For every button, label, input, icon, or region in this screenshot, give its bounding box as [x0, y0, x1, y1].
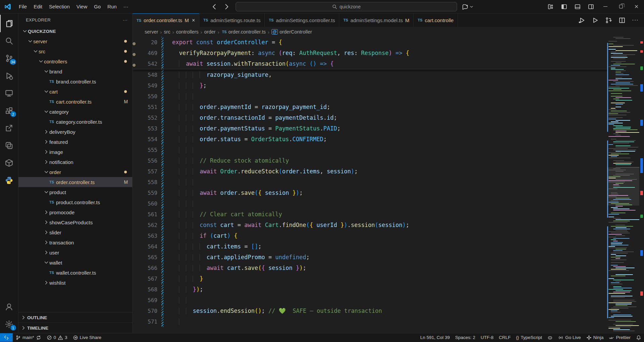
- activity-live-share[interactable]: [0, 119, 18, 137]
- status-notifications[interactable]: [633, 333, 644, 342]
- activity-chat[interactable]: [0, 137, 18, 154]
- activity-run-and-debug[interactable]: [0, 67, 18, 84]
- tree-item-product[interactable]: product: [18, 187, 132, 197]
- status-indentation[interactable]: Spaces: 2: [452, 333, 478, 342]
- status-eol[interactable]: CRLF: [496, 333, 513, 342]
- line-number[interactable]: 570: [144, 308, 161, 314]
- tree-item-server[interactable]: server: [18, 36, 132, 46]
- line-number[interactable]: 568: [144, 286, 161, 293]
- activity-settings[interactable]: 1: [0, 316, 18, 333]
- activity-extensions[interactable]: 2: [0, 102, 18, 119]
- toggle-secondary-sidebar-icon[interactable]: [588, 3, 594, 10]
- minimap[interactable]: [607, 37, 639, 333]
- line-number[interactable]: 561: [144, 211, 161, 218]
- forward-arrow-icon[interactable]: [223, 3, 230, 10]
- code-line-549[interactable]: 549 };: [133, 80, 644, 91]
- overview-ruler[interactable]: [639, 37, 644, 333]
- activity-search[interactable]: [0, 32, 18, 50]
- status-git-branch[interactable]: main*: [13, 333, 44, 342]
- breadcrumb-src[interactable]: src: [164, 29, 170, 35]
- tree-item-category-controller-ts[interactable]: TScategory.controller.ts: [18, 117, 132, 127]
- code-line-571[interactable]: 571: [133, 316, 644, 327]
- line-number[interactable]: 565: [144, 254, 161, 261]
- line-number[interactable]: 553: [144, 125, 161, 132]
- line-number[interactable]: 571: [144, 319, 161, 325]
- tab-order-controller-ts[interactable]: TS order.controller.ts M ×: [133, 13, 199, 27]
- code-line-560[interactable]: 560: [133, 198, 644, 209]
- close-button[interactable]: [629, 0, 644, 13]
- code-line-469[interactable]: 469 verifyRazorpayPayment: async (req: A…: [133, 48, 644, 58]
- toggle-panel-icon[interactable]: [574, 3, 581, 10]
- line-number[interactable]: 566: [144, 265, 161, 271]
- breadcrumb-controllers[interactable]: controllers: [176, 29, 199, 35]
- tree-item-slider[interactable]: slider: [18, 227, 132, 237]
- split-editor-icon[interactable]: [618, 17, 626, 24]
- line-number[interactable]: 557: [144, 168, 161, 175]
- code-line-548[interactable]: 548 razorpay_signature,: [133, 69, 644, 80]
- code-line-569[interactable]: 569: [133, 295, 644, 305]
- tab-adminsettings-route-ts[interactable]: TS adminSettings.route.ts: [199, 13, 265, 27]
- tab-adminsettings-model-ts[interactable]: TS adminSettings.model.ts M: [339, 13, 413, 27]
- line-number[interactable]: 558: [144, 179, 161, 185]
- tree-item-wallet-controller-ts[interactable]: TSwallet.controller.ts: [18, 268, 132, 278]
- restore-button[interactable]: [613, 0, 629, 13]
- tree-item-product-controller-ts[interactable]: TSproduct.controller.ts: [18, 197, 132, 207]
- activity-source-control[interactable]: 34: [0, 50, 18, 67]
- code-line-559[interactable]: 559 await order.save({ session });: [133, 187, 644, 198]
- section-outline[interactable]: OUTLINE: [18, 312, 132, 323]
- code-line-567[interactable]: 567 }: [133, 273, 644, 284]
- line-number[interactable]: 552: [144, 115, 161, 121]
- line-number[interactable]: 469: [144, 50, 161, 56]
- status-live-share[interactable]: Live Share: [70, 333, 104, 342]
- tree-item-brand[interactable]: brand: [18, 66, 132, 76]
- tree-item-promocode[interactable]: promocode: [18, 207, 132, 217]
- menu-edit[interactable]: Edit: [30, 2, 46, 11]
- line-number[interactable]: 548: [144, 72, 161, 78]
- tree-item-wallet[interactable]: wallet: [18, 258, 132, 268]
- line-number[interactable]: 542: [144, 61, 161, 67]
- tree-item-wishlist[interactable]: wishlist: [18, 278, 132, 288]
- close-tab-icon[interactable]: ×: [192, 17, 195, 23]
- status-copilot[interactable]: [545, 333, 555, 342]
- code-line-564[interactable]: 564 cart.items = [];: [133, 241, 644, 252]
- activity-containers[interactable]: [0, 154, 18, 172]
- code-line-556[interactable]: 556 // Reduce stock atomically: [133, 155, 644, 166]
- code-line-570[interactable]: 570 session.endSession(); // 💚 SAFE — ou…: [133, 305, 644, 316]
- activity-accounts[interactable]: [0, 298, 18, 316]
- tab-adminsettings-controller-ts[interactable]: TS adminSettings.controller.ts: [265, 13, 339, 27]
- line-number[interactable]: 555: [144, 147, 161, 153]
- tree-item-order-controller-ts[interactable]: TSorder.controller.tsM: [18, 177, 132, 187]
- tree-item-featured[interactable]: featured: [18, 137, 132, 147]
- back-arrow-icon[interactable]: [211, 3, 218, 10]
- tree-item-transaction[interactable]: transaction: [18, 237, 132, 247]
- code-line-562[interactable]: 562 const cart = await Cart.findOne({ us…: [133, 220, 644, 230]
- run-icon[interactable]: [592, 17, 599, 24]
- customize-layout-icon[interactable]: [547, 3, 554, 10]
- line-number[interactable]: 564: [144, 243, 161, 250]
- line-number[interactable]: 556: [144, 158, 161, 164]
- tab-cart-controlle[interactable]: TS cart.controlle: [414, 13, 458, 27]
- line-number[interactable]: 554: [144, 136, 161, 142]
- code-line-566[interactable]: 566 await cart.save({ session });: [133, 263, 644, 273]
- tree-item-cart-controller-ts[interactable]: TScart.controller.tsM: [18, 97, 132, 107]
- status-remote[interactable]: [0, 333, 13, 342]
- run-or-debug-icon[interactable]: [578, 17, 585, 24]
- tree-item-notification[interactable]: notification: [18, 157, 132, 167]
- code-line-565[interactable]: 565 cart.appliedPromo = undefined;: [133, 252, 644, 263]
- tree-item-deliveryboy[interactable]: deliveryBoy: [18, 127, 132, 137]
- status-console-ninja[interactable]: Ninja: [584, 333, 606, 342]
- line-number[interactable]: 560: [144, 201, 161, 207]
- line-number[interactable]: 562: [144, 222, 161, 228]
- line-number[interactable]: 559: [144, 190, 161, 196]
- code-line-542[interactable]: 542 await session.withTransaction(async …: [133, 58, 644, 69]
- tree-item-src[interactable]: src: [18, 46, 132, 56]
- tree-item-showcaseproducts[interactable]: showCaseProducts: [18, 217, 132, 227]
- tree-item-controllers[interactable]: controllers: [18, 56, 132, 66]
- breadcrumb-order-controller-ts[interactable]: TSorder.controller.ts: [221, 29, 265, 35]
- code-line-563[interactable]: 563 if (cart) {: [133, 230, 644, 241]
- command-center-search[interactable]: quickzone: [236, 2, 457, 11]
- menu-run[interactable]: Run: [104, 2, 120, 11]
- tree-item-cart[interactable]: cart: [18, 87, 132, 97]
- status-cursor-position[interactable]: Ln 591, Col 39: [417, 333, 452, 342]
- code-line-20[interactable]: 20 export const orderController = {: [133, 37, 644, 48]
